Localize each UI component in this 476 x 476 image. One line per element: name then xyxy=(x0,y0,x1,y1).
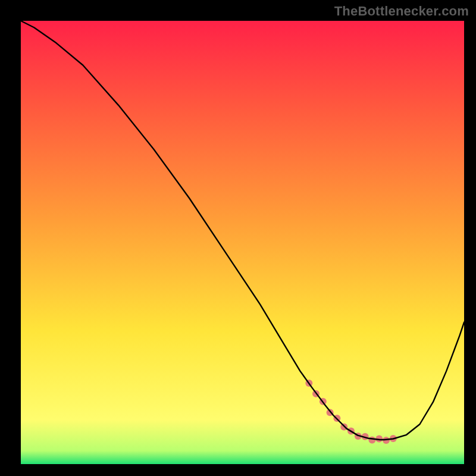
bottleneck-chart xyxy=(0,0,476,476)
watermark-text: TheBottlenecker.com xyxy=(334,4,469,19)
chart-background-gradient xyxy=(21,21,464,464)
